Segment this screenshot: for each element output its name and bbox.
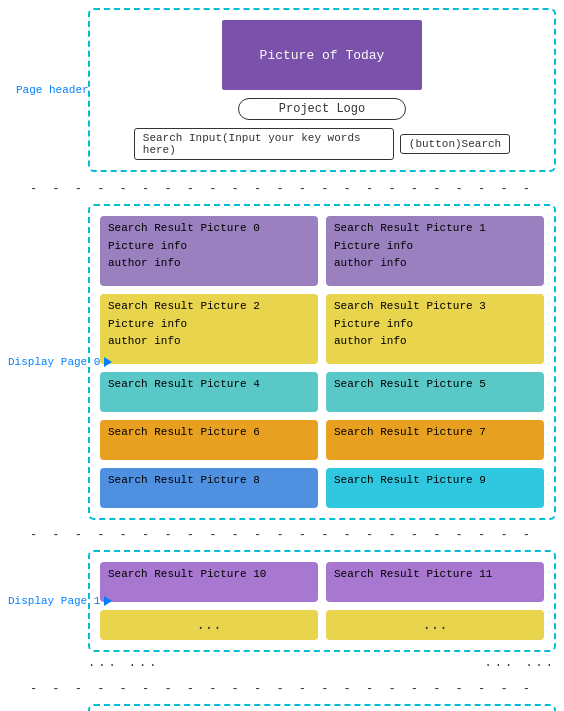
picture-card-3[interactable]: Search Result Picture 3 Picture infoauth… — [326, 294, 544, 364]
picture-grid-1: Search Result Picture 10 Search Result P… — [100, 562, 544, 640]
page-header-text: Page header — [16, 84, 89, 96]
pic-2-title: Search Result Picture 2 — [108, 300, 310, 312]
picture-of-today: Picture of Today — [222, 20, 422, 90]
search-button[interactable]: (button)Search — [400, 134, 510, 154]
header-content: Picture of Today Project Logo Search Inp… — [100, 20, 544, 160]
divider-2: - - - - - - - - - - - - - - - - - - - - … — [8, 524, 556, 546]
header-outer: Page header Picture of Today Project Log… — [88, 8, 556, 172]
arrow-icon-0 — [104, 357, 112, 367]
picture-card-6[interactable]: Search Result Picture 6 — [100, 420, 318, 460]
display-page-n-outer: Display Page n Search Result Picture10 *… — [88, 704, 556, 711]
picture-grid-0: Search Result Picture 0 Picture infoauth… — [100, 216, 544, 508]
search-input-text: Search Input(Input your key words here) — [143, 132, 361, 156]
display-page-0-outer: Display Page 0 Search Result Picture 0 P… — [88, 204, 556, 520]
pic-7-title: Search Result Picture 7 — [334, 426, 536, 438]
display-page-1-label: Display Page 1 — [8, 595, 112, 607]
display-page-1-outer: Display Page 1 Search Result Picture 10 … — [88, 550, 556, 652]
mid-divider-right: ... ... — [485, 656, 556, 670]
project-logo-label: Project Logo — [279, 102, 365, 116]
display-page-0-section: Search Result Picture 0 Picture infoauth… — [88, 204, 556, 520]
pic-10-title: Search Result Picture 10 — [108, 568, 310, 580]
divider-1: - - - - - - - - - - - - - - - - - - - - … — [8, 178, 556, 200]
search-input[interactable]: Search Input(Input your key words here) — [134, 128, 394, 160]
pic-9-title: Search Result Picture 9 — [334, 474, 536, 486]
picture-of-today-label: Picture of Today — [260, 48, 385, 63]
pic-0-title: Search Result Picture 0 — [108, 222, 310, 234]
picture-card-0[interactable]: Search Result Picture 0 Picture infoauth… — [100, 216, 318, 286]
picture-card-11[interactable]: Search Result Picture 11 — [326, 562, 544, 602]
display-page-1-text: Display Page 1 — [8, 595, 100, 607]
search-row: Search Input(Input your key words here) … — [134, 128, 510, 160]
picture-card-10[interactable]: Search Result Picture 10 — [100, 562, 318, 602]
picture-card-2[interactable]: Search Result Picture 2 Picture infoauth… — [100, 294, 318, 364]
mid-divider-row: ... ... ... ... — [88, 652, 556, 674]
display-page-0-text: Display Page 0 — [8, 356, 100, 368]
pic-0-info: Picture infoauthor info — [108, 238, 310, 271]
ellipsis-text-right: ... — [422, 617, 447, 633]
picture-card-4[interactable]: Search Result Picture 4 — [100, 372, 318, 412]
pic-2-info: Picture infoauthor info — [108, 316, 310, 349]
pic-3-info: Picture infoauthor info — [334, 316, 536, 349]
arrow-icon-1 — [104, 596, 112, 606]
pic-5-title: Search Result Picture 5 — [334, 378, 536, 390]
pic-6-title: Search Result Picture 6 — [108, 426, 310, 438]
display-page-n-section: Search Result Picture10 * n Search Resul… — [88, 704, 556, 711]
picture-card-1[interactable]: Search Result Picture 1 Picture infoauth… — [326, 216, 544, 286]
pic-4-title: Search Result Picture 4 — [108, 378, 310, 390]
ellipsis-text-left: ... — [196, 617, 221, 633]
pic-11-title: Search Result Picture 11 — [334, 568, 536, 580]
header-section: Picture of Today Project Logo Search Inp… — [88, 8, 556, 172]
ellipsis-card-left: ... — [100, 610, 318, 640]
page-wrapper: Page header Picture of Today Project Log… — [0, 0, 564, 711]
picture-card-9[interactable]: Search Result Picture 9 — [326, 468, 544, 508]
search-button-label: (button)Search — [409, 138, 501, 150]
pic-8-title: Search Result Picture 8 — [108, 474, 310, 486]
display-page-0-label: Display Page 0 — [8, 356, 112, 368]
ellipsis-card-right: ... — [326, 610, 544, 640]
pic-3-title: Search Result Picture 3 — [334, 300, 536, 312]
picture-card-8[interactable]: Search Result Picture 8 — [100, 468, 318, 508]
picture-card-5[interactable]: Search Result Picture 5 — [326, 372, 544, 412]
project-logo: Project Logo — [238, 98, 406, 120]
display-page-1-section: Search Result Picture 10 Search Result P… — [88, 550, 556, 652]
pic-1-info: Picture infoauthor info — [334, 238, 536, 271]
mid-divider-left: ... ... — [88, 656, 159, 670]
picture-card-7[interactable]: Search Result Picture 7 — [326, 420, 544, 460]
divider-3: - - - - - - - - - - - - - - - - - - - - … — [8, 678, 556, 700]
pic-1-title: Search Result Picture 1 — [334, 222, 536, 234]
